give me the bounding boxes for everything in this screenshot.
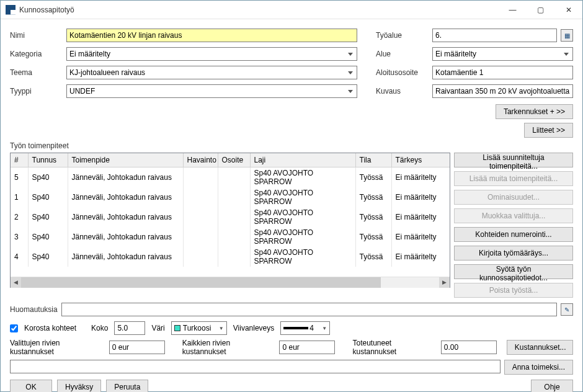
horizontal-scrollbar[interactable]: ◀ ▶ [11,277,450,287]
liitteet-button[interactable]: Liitteet >> [524,123,573,138]
size-label: Koko [91,324,108,332]
write-order-button[interactable]: Kirjoita työmääräys... [454,246,573,261]
aloitusosoite-label: Aloitusosoite [376,68,429,77]
cell-tunnus: Sp40 [28,247,68,267]
add-other-button[interactable]: Lisää muita toimenpiteitä... [454,171,573,186]
cell-toimenpide: Jänneväli, Johtokadun raivaus [68,227,183,247]
remove-button[interactable]: Poista työstä... [454,283,573,298]
chevron-down-icon: ▼ [219,326,224,331]
cell-osoite [218,227,250,247]
remarks-edit-icon[interactable]: ✎ [561,303,573,316]
tyyppi-label: Tyyppi [10,87,63,96]
tyyppi-select[interactable]: UNDEF [66,84,357,98]
cell-num: 2 [11,207,28,227]
cell-tila: Työssä [355,167,391,187]
table-row[interactable]: 2Sp40Jänneväli, Johtokadun raivausSp40 A… [11,207,450,227]
lineweight-select[interactable]: 4 ▼ [280,321,330,335]
cell-tarkeys: Ei määritelty [391,227,450,247]
cell-tila: Työssä [355,207,391,227]
col-tila[interactable]: Tila [355,153,391,167]
cell-tunnus: Sp40 [28,167,68,187]
chevron-down-icon: ▼ [322,326,327,331]
sel-cost-label: Valittujen rivien kustannukset [10,339,104,356]
col-osoite[interactable]: Osoite [218,153,250,167]
col-laji[interactable]: Laji [250,153,355,167]
teema-label: Teema [10,68,63,77]
table-row[interactable]: 3Sp40Jänneväli, Johtokadun raivausSp40 A… [11,227,450,247]
color-name: Turkoosi [183,324,211,332]
help-button[interactable]: Ohje [531,380,573,392]
kategoria-select[interactable]: Ei määritelty [66,47,357,61]
color-label: Väri [151,324,164,332]
enter-maint-button[interactable]: Syötä työn kunnossapitotiedot... [454,264,573,279]
cell-tarkeys: Ei määritelty [391,167,450,187]
actual-cost-label: Toteutuneet kustannukset [352,339,435,356]
color-select[interactable]: Turkoosi ▼ [171,321,227,335]
window-title: Kunnossapitotyö [19,6,499,14]
col-tunnus[interactable]: Tunnus [28,153,68,167]
app-icon [6,5,16,15]
close-button[interactable]: ✕ [554,1,582,19]
add-planned-button[interactable]: Lisää suunniteltuja toimenpiteitä... [454,153,573,167]
cell-havainto [183,187,218,207]
cell-num: 5 [11,167,28,187]
scroll-right-icon[interactable]: ▶ [439,277,450,288]
kuvaus-label: Kuvaus [376,87,429,96]
teema-select[interactable]: KJ-johtoalueen raivaus [66,66,357,79]
remarks-label: Huomautuksia [10,305,58,314]
kuvaus-input[interactable] [432,84,573,98]
maximize-button[interactable]: ▢ [527,1,554,19]
table-row[interactable]: 1Sp40Jänneväli, Johtokadun raivausSp40 A… [11,187,450,207]
cell-laji: Sp40 AVOJOHTO SPARROW [250,207,355,227]
col-num[interactable]: # [11,153,28,167]
minimize-button[interactable]: — [499,1,527,19]
aloitusosoite-input[interactable] [432,66,573,79]
col-toimenpide[interactable]: Toimenpide [68,153,183,167]
cell-osoite [218,167,250,187]
cell-osoite [218,207,250,227]
nimi-input[interactable] [66,29,357,42]
cell-num: 4 [11,247,28,267]
cell-havainto [183,227,218,247]
costs-button[interactable]: Kustannukset... [507,340,573,355]
assign-button[interactable]: Anna toimeksi... [504,360,573,375]
alue-label: Alue [376,50,429,58]
cell-tarkeys: Ei määritelty [391,187,450,207]
highlight-checkbox[interactable] [10,324,18,332]
cancel-button[interactable]: Peruuta [106,380,148,392]
remarks-input[interactable] [61,303,557,316]
tyoalue-input[interactable] [432,29,557,42]
line-sample-icon [283,327,308,329]
cell-num: 1 [11,187,28,207]
tyoalue-picker-icon[interactable]: ▦ [561,29,573,42]
cell-laji: Sp40 AVOJOHTO SPARROW [250,227,355,247]
table-row[interactable]: 4Sp40Jänneväli, Johtokadun raivausSp40 A… [11,247,450,267]
apply-button[interactable]: Hyväksy [57,380,101,392]
numbering-button[interactable]: Kohteiden numerointi... [454,227,573,242]
properties-button[interactable]: Ominaisuudet... [454,190,573,205]
color-swatch-icon [174,325,180,331]
dialog-window: Kunnossapitotyö — ▢ ✕ Nimi Kategoria Ei … [0,0,583,392]
alue-select[interactable]: Ei määritelty [432,47,573,61]
table-row[interactable]: 5Sp40Jänneväli, Johtokadun raivausSp40 A… [11,167,450,187]
tarkennukset-button[interactable]: Tarkennukset + >> [496,104,573,119]
cell-havainto [183,207,218,227]
action-input[interactable] [10,360,501,373]
cell-laji: Sp40 AVOJOHTO SPARROW [250,187,355,207]
cell-laji: Sp40 AVOJOHTO SPARROW [250,167,355,187]
cell-osoite [218,247,250,267]
cell-havainto [183,247,218,267]
col-havainto[interactable]: Havainto [183,153,218,167]
col-tarkeys[interactable]: Tärkeys [391,153,450,167]
highlight-label: Korosta kohteet [24,324,76,332]
cell-toimenpide: Jänneväli, Johtokadun raivaus [68,207,183,227]
titlebar[interactable]: Kunnossapitotyö — ▢ ✕ [1,1,582,19]
size-input[interactable] [114,321,145,335]
all-cost-input [279,341,335,354]
ok-button[interactable]: OK [10,380,52,392]
scroll-left-icon[interactable]: ◀ [11,277,21,288]
operations-table[interactable]: # Tunnus Toimenpide Havainto Osoite Laji… [10,153,450,288]
edit-selected-button[interactable]: Muokkaa valittuja... [454,208,573,223]
cell-toimenpide: Jänneväli, Johtokadun raivaus [68,187,183,207]
lineweight-label: Viivanleveys [233,324,274,332]
